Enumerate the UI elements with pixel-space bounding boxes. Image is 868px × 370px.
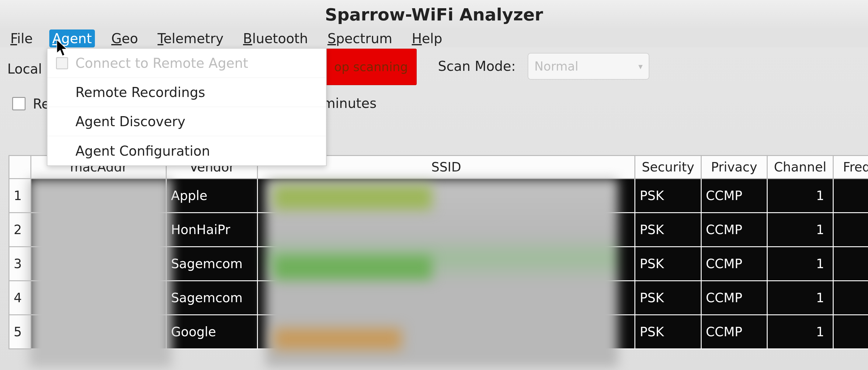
cell-frequency[interactable] [833, 213, 868, 247]
cell-vendor[interactable]: HonHaiPr [166, 213, 257, 247]
cell-vendor[interactable]: Sagemcom [166, 281, 257, 315]
app-window: Sparrow-WiFi Analyzer File Agent Geo Tel… [0, 0, 868, 370]
cell-frequency[interactable] [833, 179, 868, 213]
scanmode-label: Scan Mode: [438, 58, 516, 74]
cell-channel[interactable]: 1 [767, 315, 833, 349]
cell-privacy[interactable]: CCMP [701, 213, 767, 247]
cell-vendor[interactable]: Sagemcom [166, 247, 257, 281]
cell-channel[interactable]: 1 [767, 213, 833, 247]
agent-configuration[interactable]: Agent Configuration [48, 136, 326, 165]
cell-frequency[interactable] [833, 247, 868, 281]
agent-configuration-label: Agent Configuration [75, 143, 210, 159]
redaction-overlay [274, 328, 401, 350]
menu-agent[interactable]: Agent [49, 30, 95, 48]
cell-vendor[interactable]: Google [166, 315, 257, 349]
redaction-overlay [274, 185, 432, 210]
menubar: File Agent Geo Telemetry Bluetooth Spect… [0, 29, 868, 48]
cell-privacy[interactable]: CCMP [701, 179, 767, 213]
cell-security[interactable]: PSK [635, 315, 701, 349]
col-corner[interactable] [9, 156, 31, 179]
cell-security[interactable]: PSK [635, 247, 701, 281]
minutes-label: minutes [322, 95, 376, 111]
redaction-overlay [274, 255, 432, 280]
chevron-down-icon: ▾ [639, 61, 643, 71]
cell-frequency[interactable] [833, 315, 868, 349]
cell-security[interactable]: PSK [635, 213, 701, 247]
row-index[interactable]: 3 [9, 247, 31, 281]
agent-discovery[interactable]: Agent Discovery [48, 107, 326, 136]
window-title: Sparrow-WiFi Analyzer [325, 0, 543, 29]
cell-security[interactable]: PSK [635, 281, 701, 315]
checkbox-icon [56, 57, 68, 69]
cell-vendor[interactable]: Apple [166, 179, 257, 213]
menu-geo[interactable]: Geo [108, 30, 141, 48]
cell-channel[interactable]: 1 [767, 247, 833, 281]
menu-bluetooth[interactable]: Bluetooth [240, 30, 311, 48]
agent-remote-recordings-label: Remote Recordings [75, 85, 205, 100]
interface-local-label: Local [7, 61, 42, 76]
menu-help[interactable]: Help [409, 30, 445, 48]
row-index[interactable]: 1 [9, 179, 31, 213]
redacted-mac-column [29, 179, 172, 367]
cell-privacy[interactable]: CCMP [701, 281, 767, 315]
menu-telemetry[interactable]: Telemetry [155, 30, 226, 48]
cell-frequency[interactable] [833, 281, 868, 315]
stop-scanning-button[interactable]: op scanning [326, 49, 417, 85]
remember-checkbox[interactable] [12, 97, 26, 111]
cell-channel[interactable]: 1 [767, 179, 833, 213]
cell-channel[interactable]: 1 [767, 281, 833, 315]
menu-file[interactable]: File [7, 30, 36, 48]
scanmode-value: Normal [534, 59, 579, 73]
col-privacy[interactable]: Privacy [701, 156, 767, 179]
agent-dropdown: Connect to Remote Agent Remote Recording… [47, 48, 327, 166]
cell-privacy[interactable]: CCMP [701, 315, 767, 349]
scanmode-select[interactable]: Normal ▾ [528, 53, 649, 80]
agent-connect-remote-label: Connect to Remote Agent [75, 55, 248, 71]
cell-security[interactable]: PSK [635, 179, 701, 213]
row-index[interactable]: 4 [9, 281, 31, 315]
col-frequency[interactable]: Freque [833, 156, 868, 179]
menu-spectrum[interactable]: Spectrum [324, 30, 395, 48]
row-index[interactable]: 2 [9, 213, 31, 247]
row-index[interactable]: 5 [9, 315, 31, 349]
col-channel[interactable]: Channel [767, 156, 833, 179]
agent-connect-remote[interactable]: Connect to Remote Agent [48, 49, 326, 78]
cell-privacy[interactable]: CCMP [701, 247, 767, 281]
titlebar: Sparrow-WiFi Analyzer [0, 0, 868, 29]
agent-remote-recordings[interactable]: Remote Recordings [48, 78, 326, 107]
agent-discovery-label: Agent Discovery [75, 114, 186, 129]
col-security[interactable]: Security [635, 156, 701, 179]
